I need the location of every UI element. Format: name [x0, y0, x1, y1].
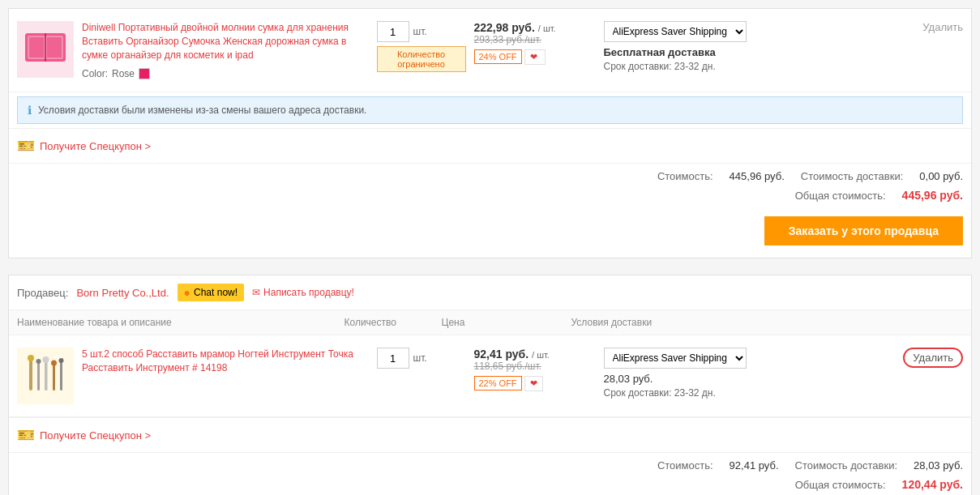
- th-shipping: Условия доставки: [571, 317, 899, 328]
- cost-label-2: Стоимость:: [657, 459, 713, 472]
- shipping-cost-label-1: Стоимость доставки:: [801, 170, 904, 182]
- order-button-1[interactable]: Заказать у этого продавца: [764, 216, 963, 245]
- qty-unit-2: шт.: [413, 352, 427, 364]
- svg-rect-11: [45, 360, 48, 390]
- coupon-row-1: 🎫 Получите Спецкупон >: [9, 129, 971, 164]
- discount-badge-2: 22% OFF: [474, 376, 522, 390]
- svg-rect-7: [29, 358, 32, 390]
- shipping-cost-value-2: 28,03 руб.: [914, 459, 963, 472]
- wishlist-btn-2[interactable]: ❤: [524, 376, 543, 391]
- th-name: Наименование товара и описание: [17, 317, 344, 328]
- shipping-select-2[interactable]: AliExpress Saver Shipping: [604, 348, 747, 369]
- quantity-col-1: шт. Количество ограничено: [377, 21, 474, 72]
- product-image-1: [17, 21, 74, 78]
- order-btn-row-1: Заказать у этого продавца: [9, 208, 971, 258]
- cost-label-1: Стоимость:: [657, 170, 713, 182]
- svg-rect-13: [53, 363, 55, 390]
- shipping-cost-value-1: 0,00 руб.: [919, 170, 963, 182]
- summary-row-2: Стоимость: 92,41 руб. Стоимость доставки…: [9, 453, 971, 478]
- shipping-paid-2: 28,03 руб.: [604, 373, 891, 385]
- shipping-free-1: Бесплатная доставка: [604, 46, 891, 58]
- price-current-1: 222,98 руб. / шт.: [474, 21, 596, 34]
- seller-name-2[interactable]: Born Pretty Co.,Ltd.: [76, 287, 169, 299]
- cart-container: Diniwell Портативный двойной молнии сумк…: [0, 0, 980, 495]
- delivery-time-1: Срок доставки: 23-32 дн.: [604, 61, 891, 72]
- svg-point-8: [28, 355, 34, 361]
- discount-badge-1: 24% OFF: [474, 49, 522, 64]
- summary-section-1: 🎫 Получите Спецкупон > Стоимость: 445,96…: [9, 128, 971, 258]
- quantity-col-2: шт.: [377, 348, 474, 369]
- seller-header-2: Продавец: Born Pretty Co.,Ltd. ● Chat no…: [9, 275, 971, 310]
- product-title-1[interactable]: Diniwell Портативный двойной молнии сумк…: [82, 21, 369, 62]
- shipping-select-1[interactable]: AliExpress Saver Shipping: [604, 21, 747, 42]
- coupon-icon-2: 🎫: [17, 426, 35, 444]
- total-value-1: 445,96 руб.: [902, 189, 963, 202]
- qty-limited-1: Количество ограничено: [377, 46, 466, 72]
- coupon-link-1[interactable]: Получите Спецкупон >: [40, 140, 151, 152]
- delete-col-1: Удалить: [898, 21, 963, 33]
- delete-button-1[interactable]: Удалить: [922, 21, 963, 33]
- heart-icon-2: ❤: [530, 378, 537, 389]
- total-row-1: Общая стоимость: 445,96 руб.: [9, 189, 971, 208]
- delivery-time-2: Срок доставки: 23-32 дн.: [604, 387, 891, 399]
- delete-col-2: Удалить: [898, 348, 963, 368]
- svg-rect-4: [29, 37, 44, 58]
- notice-text-1: Условия доставки были изменены из-за сме…: [38, 105, 366, 116]
- qty-input-2[interactable]: [377, 348, 409, 369]
- chat-icon: ●: [184, 286, 190, 299]
- shipping-select-wrap-2: AliExpress Saver Shipping: [604, 348, 891, 369]
- svg-point-16: [59, 358, 64, 363]
- seller-label-2: Продавец:: [17, 287, 68, 299]
- product-title-2[interactable]: 5 шт.2 способ Расставить мрамор Ногтей И…: [82, 348, 369, 375]
- price-col-1: 222,98 руб. / шт. 293,33 руб./шт. 24% OF…: [474, 21, 604, 65]
- cost-value-1: 445,96 руб.: [730, 170, 785, 182]
- summary-row-1: Стоимость: 445,96 руб. Стоимость доставк…: [9, 164, 971, 189]
- qty-box-1: шт.: [377, 21, 427, 42]
- product-row-2: 5 шт.2 способ Расставить мрамор Ногтей И…: [9, 335, 971, 417]
- color-swatch-1: [139, 68, 150, 79]
- wishlist-btn-1[interactable]: ❤: [524, 49, 546, 65]
- product-row-1: Diniwell Портативный двойной молнии сумк…: [9, 9, 971, 92]
- separator: [8, 267, 972, 275]
- seller-block-2: Продавец: Born Pretty Co.,Ltd. ● Chat no…: [8, 275, 972, 495]
- total-value-2: 120,44 руб.: [902, 478, 963, 491]
- delete-button-2[interactable]: Удалить: [903, 348, 963, 368]
- shipping-select-wrap-1: AliExpress Saver Shipping: [604, 21, 891, 42]
- price-original-2: 118,65 руб./шт.: [474, 361, 596, 372]
- svg-rect-15: [60, 361, 62, 390]
- info-icon-1: ℹ: [28, 104, 32, 117]
- shipping-col-2: AliExpress Saver Shipping 28,03 руб. Сро…: [604, 348, 899, 399]
- coupon-icon-1: 🎫: [17, 137, 35, 155]
- total-row-2: Общая стоимость: 120,44 руб.: [9, 478, 971, 495]
- message-seller-button[interactable]: ✉ Написать продавцу!: [252, 287, 354, 298]
- product-color-1: Color: Rose: [82, 68, 369, 79]
- svg-rect-5: [47, 37, 62, 58]
- qty-input-1[interactable]: [377, 21, 409, 42]
- price-col-2: 92,41 руб. / шт. 118,65 руб./шт. 22% OFF…: [474, 348, 604, 391]
- total-label-2: Общая стоимость:: [795, 479, 886, 491]
- product-info-2: 5 шт.2 способ Расставить мрамор Ногтей И…: [82, 348, 377, 375]
- product-info-1: Diniwell Портативный двойной молнии сумк…: [82, 21, 377, 79]
- coupon-row-2: 🎫 Получите Спецкупон >: [9, 418, 971, 453]
- th-qty: Количество: [344, 317, 442, 328]
- summary-section-2: 🎫 Получите Спецкупон > Стоимость: 92,41 …: [9, 417, 971, 495]
- total-label-1: Общая стоимость:: [795, 190, 886, 202]
- chat-now-button[interactable]: ● Chat now!: [178, 284, 245, 301]
- qty-unit-1: шт.: [413, 26, 427, 37]
- heart-icon-1: ❤: [530, 52, 537, 62]
- envelope-icon: ✉: [252, 287, 260, 298]
- price-current-2: 92,41 руб. / шт.: [474, 348, 596, 361]
- svg-point-10: [36, 359, 41, 364]
- th-price: Цена: [442, 317, 571, 328]
- svg-point-14: [51, 361, 57, 366]
- shipping-col-1: AliExpress Saver Shipping Бесплатная дос…: [604, 21, 899, 72]
- cost-value-2: 92,41 руб.: [730, 459, 779, 472]
- notice-bar-1: ℹ Условия доставки были изменены из-за с…: [17, 96, 963, 124]
- coupon-link-2[interactable]: Получите Спецкупон >: [40, 429, 151, 442]
- seller-block-1: Diniwell Портативный двойной молнии сумк…: [8, 8, 972, 258]
- product-image-2: [17, 348, 74, 404]
- table-header-2: Наименование товара и описание Количеств…: [9, 310, 971, 335]
- svg-rect-9: [37, 361, 40, 390]
- svg-point-12: [43, 356, 49, 363]
- price-original-1: 293,33 руб./шт.: [474, 34, 596, 45]
